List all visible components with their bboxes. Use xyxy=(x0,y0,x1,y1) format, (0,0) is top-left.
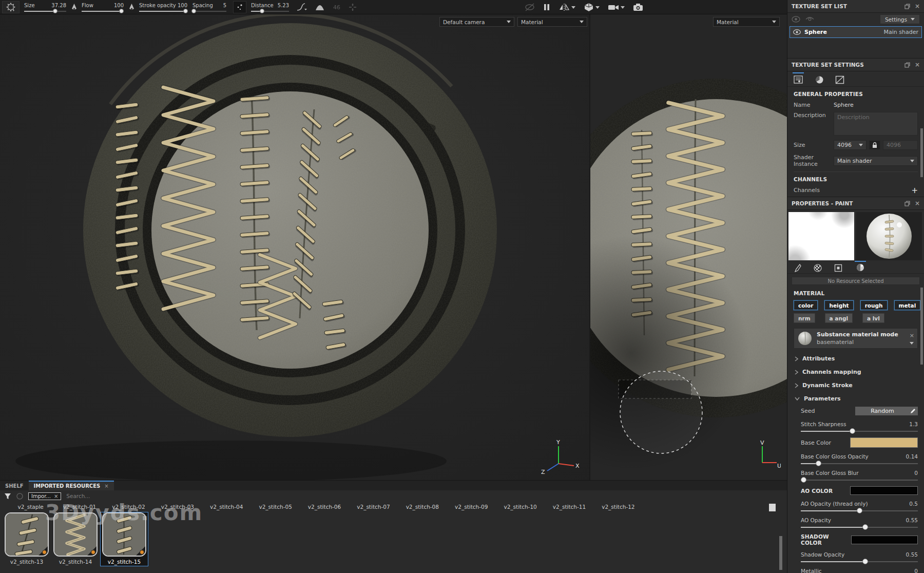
shelf-scrollbar[interactable] xyxy=(779,536,782,570)
filter-chip-imported[interactable]: Impor... × xyxy=(28,492,61,500)
section-channels-mapping[interactable]: Channels mapping xyxy=(795,369,918,375)
tool-tab-brush[interactable] xyxy=(794,261,801,274)
resource-label[interactable]: v2_stitch-02 xyxy=(104,504,153,511)
material-mode-widget[interactable]: Substance material mode basematerial × xyxy=(794,328,918,349)
channel-nrm-toggle[interactable]: nrm xyxy=(794,313,815,323)
edit-pencil-icon[interactable] xyxy=(910,408,916,414)
tab-general-settings[interactable] xyxy=(793,72,804,85)
add-channel-button[interactable]: + xyxy=(911,187,918,194)
projection-disabled-icon[interactable] xyxy=(525,3,535,12)
filter-funnel-icon[interactable] xyxy=(4,493,11,500)
shader-instance-select[interactable]: Main shader xyxy=(834,156,918,166)
tool-tab-pattern[interactable] xyxy=(814,261,822,274)
resource-label[interactable]: v2_stitch-04 xyxy=(202,504,251,511)
tab-close-icon[interactable]: × xyxy=(104,483,108,489)
view-mode-select-2d[interactable]: Material xyxy=(713,17,780,27)
section-dynamic-stroke[interactable]: Dynamic Stroke xyxy=(795,382,918,389)
shadow-color-swatch[interactable] xyxy=(851,536,918,544)
ao-opacity-slider[interactable] xyxy=(801,527,918,528)
spacing-slider[interactable] xyxy=(192,11,226,12)
resource-label[interactable]: v2_stitch-06 xyxy=(300,504,349,511)
channel-height-toggle[interactable]: height xyxy=(824,300,853,310)
tab-channels[interactable] xyxy=(815,72,824,86)
shadow-opacity-slider[interactable] xyxy=(801,561,918,562)
tab-shelf[interactable]: SHELF xyxy=(0,482,29,490)
pause-engine-icon[interactable] xyxy=(543,3,550,11)
pressure-pen-icon[interactable] xyxy=(128,3,135,11)
close-panel-icon[interactable]: × xyxy=(915,3,920,9)
alpha-shape-button[interactable] xyxy=(315,3,325,11)
resource-label[interactable]: v2_staple xyxy=(6,504,55,511)
channel-alvl-toggle[interactable]: a lvl xyxy=(862,313,884,323)
float-panel-icon[interactable] xyxy=(904,201,910,206)
tab-mesh-maps[interactable] xyxy=(835,72,844,86)
bc-gloss-opacity-slider[interactable] xyxy=(801,463,918,464)
resource-label[interactable]: v2_stitch-10 xyxy=(496,504,545,511)
eye-material-icon[interactable] xyxy=(792,16,800,23)
falloff-curve-button[interactable] xyxy=(296,3,307,12)
close-panel-icon[interactable]: × xyxy=(915,62,920,68)
section-attributes[interactable]: Attributes xyxy=(795,355,918,362)
distance-control[interactable]: Distance 5.23 xyxy=(249,2,291,12)
size-slider[interactable] xyxy=(24,11,66,12)
mesh-display-button[interactable] xyxy=(584,3,600,12)
section-parameters[interactable]: Parameters xyxy=(795,395,918,402)
size-lock-button[interactable] xyxy=(869,140,880,150)
resource-label[interactable]: v2_stitch-05 xyxy=(251,504,300,511)
filter-chip-remove-icon[interactable]: × xyxy=(54,493,58,499)
flow-slider[interactable] xyxy=(82,11,124,12)
symmetry-button[interactable] xyxy=(559,3,575,11)
float-panel-icon[interactable] xyxy=(904,4,910,9)
ao-thread-slider[interactable] xyxy=(801,510,918,511)
resource-label[interactable]: v2_stitch-11 xyxy=(545,504,593,511)
description-field[interactable]: Description xyxy=(834,112,918,136)
close-panel-icon[interactable]: × xyxy=(915,200,920,206)
stitch-sharpness-slider[interactable] xyxy=(801,431,918,432)
camera-mode-button[interactable] xyxy=(608,4,625,11)
pressure-pen-icon[interactable] xyxy=(71,3,78,11)
view-mode-select-3d[interactable]: Material xyxy=(517,17,587,27)
lazy-brush-tool-button[interactable] xyxy=(2,1,20,13)
channel-metal-toggle[interactable]: metal xyxy=(894,300,921,310)
resource-label[interactable]: v2_stitch-07 xyxy=(349,504,398,511)
size-select[interactable]: 4096 xyxy=(834,140,867,150)
channel-color-toggle[interactable]: color xyxy=(794,300,818,310)
channel-aangl-toggle[interactable]: a angl xyxy=(825,313,853,323)
material-mode-remove-icon[interactable]: × xyxy=(910,332,914,339)
tool-tab-projection[interactable] xyxy=(834,261,842,274)
seed-random-button[interactable]: Random xyxy=(855,407,918,415)
resource-thumb-15-selected[interactable]: v2_stitch-15 xyxy=(101,512,148,566)
viewport-2d[interactable]: Material V U xyxy=(589,14,787,480)
channel-rough-toggle[interactable]: rough xyxy=(860,300,888,310)
resource-label[interactable]: v2_stitch-01 xyxy=(55,504,104,511)
bc-gloss-blur-slider[interactable] xyxy=(801,480,918,481)
brush-alpha-preview[interactable] xyxy=(788,212,854,260)
thumbnail-size-toggle[interactable] xyxy=(769,504,776,511)
viewport-3d[interactable]: Default camera Material Y X Z xyxy=(0,14,589,480)
spacing-control[interactable]: Spacing 5 xyxy=(191,2,228,12)
filter-history-icon[interactable] xyxy=(16,493,23,500)
stroke-opacity-control[interactable]: Stroke opacity 100 xyxy=(138,2,189,12)
panel-scrollbar[interactable] xyxy=(920,288,923,365)
resource-thumb-14[interactable]: v2_stitch-14 xyxy=(52,512,99,565)
texture-set-row-sphere[interactable]: Sphere Main shader xyxy=(790,26,922,38)
material-sphere-preview[interactable] xyxy=(856,212,922,260)
eye-channel-icon[interactable] xyxy=(805,16,814,23)
resource-label[interactable]: v2_stitch-08 xyxy=(398,504,447,511)
resource-label[interactable]: v2_stitch-03 xyxy=(153,504,202,511)
base-color-swatch[interactable] xyxy=(850,437,918,448)
resource-selector[interactable]: No Resource Selected xyxy=(792,277,920,285)
shelf-search-input[interactable]: Search... xyxy=(66,493,90,499)
size-control[interactable]: Size 37.28 xyxy=(23,2,68,12)
resource-label[interactable]: v2_stitch-12 xyxy=(594,504,643,511)
stroke-opacity-slider[interactable] xyxy=(139,11,187,12)
visibility-eye-icon[interactable] xyxy=(793,29,801,35)
resource-thumb-13[interactable]: v2_stitch-13 xyxy=(3,512,50,565)
tab-imported-resources[interactable]: IMPORTED RESOURCES × xyxy=(29,481,114,490)
grayscale-toggle-button[interactable]: 46 xyxy=(332,4,341,11)
texture-set-settings-dropdown-button[interactable]: Settings xyxy=(880,14,920,24)
brush-cursor[interactable] xyxy=(620,371,702,453)
float-panel-icon[interactable] xyxy=(904,62,910,68)
scatter-dots-button[interactable] xyxy=(233,1,246,13)
resource-label[interactable]: v2_stitch-09 xyxy=(447,504,496,511)
